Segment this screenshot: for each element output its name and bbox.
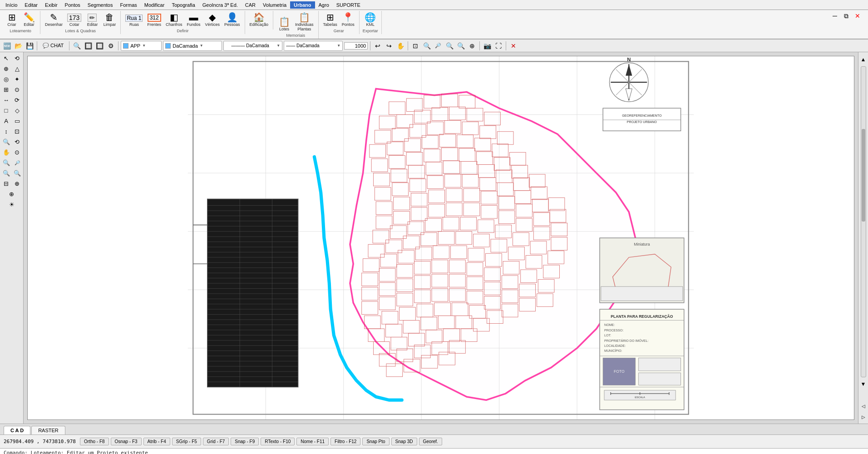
rp-tool1-btn[interactable]: ◁ <box>860 401 867 411</box>
tb-zoom-in-btn[interactable]: 🔍 <box>422 41 432 51</box>
ribbon-btn-editar2[interactable]: ✏ Editar <box>84 13 100 28</box>
tb-app-dropdown[interactable]: APP ▼ <box>121 41 162 51</box>
tb-forward-btn[interactable]: ↪ <box>384 41 394 51</box>
tb-zoom-window-btn[interactable]: 🔍 <box>444 41 454 51</box>
lt-text-btn[interactable]: A <box>1 116 11 126</box>
lt-zoom-lt-btn[interactable]: 🔍 <box>1 137 11 147</box>
tb-back-btn[interactable]: ↩ <box>373 41 383 51</box>
lt-pointer-btn[interactable]: ↖ <box>1 53 11 63</box>
lt-star-btn[interactable]: ✦ <box>12 74 22 84</box>
drawing-canvas[interactable]: N GEOREFERENCIAMENTO PROJETO URBANO Mini… <box>27 56 854 420</box>
lt-minus-btn[interactable]: ⊟ <box>1 178 11 188</box>
menu-editar[interactable]: Editar <box>21 1 41 9</box>
lt-select-rect-btn[interactable]: ▭ <box>12 116 22 126</box>
lt-triangle-btn[interactable]: △ <box>12 64 22 74</box>
window-minimize-btn[interactable]: ─ <box>830 11 840 21</box>
lt-crosshair-btn[interactable]: ⊕ <box>1 64 11 74</box>
menu-pontos[interactable]: Pontos <box>61 1 84 9</box>
ribbon-btn-tabelas[interactable]: ⊞ Tabelas <box>321 12 339 28</box>
tab-raster[interactable]: RASTER <box>31 426 65 434</box>
menu-segmentos[interactable]: Segmentos <box>84 1 117 9</box>
lt-dot-btn[interactable]: ⊙ <box>12 84 22 94</box>
lt-rect-btn[interactable]: □ <box>1 105 11 115</box>
ribbon-btn-edificacao[interactable]: 🏠 Edificação <box>248 12 271 28</box>
sb-snap3d-btn[interactable]: Snap 3D <box>391 438 417 445</box>
tb-zoom-btn[interactable]: 🔍 <box>72 41 82 51</box>
lt-grid-btn[interactable]: ⊞ <box>1 84 11 94</box>
window-close-btn[interactable]: ✕ <box>853 11 863 21</box>
tb-settings-btn[interactable]: ⚙ <box>106 41 116 51</box>
tb-fullscreen-btn[interactable]: ⛶ <box>493 41 503 51</box>
scrollbar-thumb[interactable] <box>862 129 865 222</box>
tb-chat-btn[interactable]: 💬 CHAT <box>39 41 67 51</box>
lt-circle-btn[interactable]: ◎ <box>1 74 11 84</box>
sb-nome-btn[interactable]: Nome - F11 <box>296 438 329 445</box>
lt-move-btn[interactable]: ↔ <box>1 95 11 105</box>
sb-snappto-btn[interactable]: Snap Pto <box>362 438 389 445</box>
ribbon-btn-frentes[interactable]: 312 Frentes <box>145 13 163 28</box>
lt-plus-btn[interactable]: ⊕ <box>12 178 22 188</box>
lt-sun-btn[interactable]: ☀ <box>7 199 17 209</box>
menu-urbano[interactable]: Urbano <box>290 1 315 9</box>
sb-grid-btn[interactable]: Grid - F7 <box>203 438 229 445</box>
sb-filtro-btn[interactable]: Filtro - F12 <box>330 438 360 445</box>
ribbon-btn-vertices[interactable]: ◆ Vértices <box>203 12 222 28</box>
menu-geoincra[interactable]: GeoIncra 3ª Ed. <box>199 1 242 9</box>
sb-atrib-btn[interactable]: Atrib - F4 <box>143 438 170 445</box>
ribbon-btn-desenhar[interactable]: ✎ Desenhar <box>43 12 64 28</box>
tb-linestyle-dropdown[interactable]: ——— DaCamada ▼ <box>223 41 282 51</box>
tb-zoom-prev-btn[interactable]: 🔍 <box>456 41 466 51</box>
ribbon-btn-pessoas[interactable]: 👤 Pessoas <box>222 12 242 28</box>
lt-hand-btn[interactable]: ✋ <box>1 147 11 157</box>
ribbon-btn-cotar[interactable]: 173 Cotar <box>65 13 83 28</box>
menu-agro[interactable]: Agro <box>315 1 333 9</box>
tb-close2-btn[interactable]: ✕ <box>508 41 518 51</box>
ribbon-btn-lotes[interactable]: 📋 Lotes <box>276 16 292 32</box>
lt-node-btn[interactable]: ⊙ <box>12 147 22 157</box>
window-restore-btn[interactable]: ⧉ <box>841 11 851 21</box>
sb-osnap-btn[interactable]: Osnap - F3 <box>111 438 142 445</box>
rp-tool2-btn[interactable]: ▷ <box>860 412 867 422</box>
sb-ortho-btn[interactable]: Ortho - F8 <box>80 438 109 445</box>
tb-zoom-extent-btn[interactable]: ⊡ <box>410 41 420 51</box>
lt-zoomprev-lt-btn[interactable]: 🔍 <box>12 168 22 178</box>
lt-zoomout-lt-btn[interactable]: 🔎 <box>12 158 22 168</box>
tb-scale-input[interactable] <box>344 42 368 49</box>
menu-exibir[interactable]: Exibir <box>41 1 61 9</box>
tb-save-btn[interactable]: 💾 <box>25 41 35 51</box>
ribbon-btn-chanfros[interactable]: ◧ Chanfros <box>164 12 184 28</box>
lt-diamond-btn[interactable]: ◇ <box>12 105 22 115</box>
tb-dacamada1-dropdown[interactable]: DaCamada ▼ <box>163 41 222 51</box>
ribbon-btn-fundos[interactable]: ▬ Fundos <box>185 12 202 28</box>
lt-cycle-btn[interactable]: ⟳ <box>12 95 22 105</box>
tb-zoom-all-btn[interactable]: ⊕ <box>467 41 477 51</box>
tb-zoom-out-btn[interactable]: 🔎 <box>433 41 443 51</box>
lt-plus2-btn[interactable]: ⊕ <box>7 189 17 199</box>
tb-layers-btn[interactable]: 🔲 <box>83 41 93 51</box>
tb-dacamada2-dropdown[interactable]: —— DaCamada ▼ <box>284 41 343 51</box>
menu-formas[interactable]: Formas <box>116 1 140 9</box>
lt-select-cross-btn[interactable]: ⊡ <box>12 126 22 136</box>
menu-car[interactable]: CAR <box>242 1 259 9</box>
rp-scroll-down-btn[interactable]: ▼ <box>859 379 868 390</box>
tb-pan-btn[interactable]: ✋ <box>395 41 405 51</box>
lt-undo-btn[interactable]: ⟲ <box>12 137 22 147</box>
lt-rotate-btn[interactable]: ⟲ <box>12 53 22 63</box>
ribbon-btn-pontos[interactable]: 📍 Pontos <box>340 12 356 28</box>
lt-zoomin-lt-btn[interactable]: 🔍 <box>1 158 11 168</box>
sb-rtexto-btn[interactable]: RTexto - F10 <box>261 438 295 445</box>
tb-layers2-btn[interactable]: 🔲 <box>94 41 104 51</box>
ribbon-btn-individuas[interactable]: 📋 IndividuasPlantas <box>293 12 316 32</box>
menu-suporte[interactable]: SUPORTE <box>333 1 364 9</box>
ribbon-btn-limpar[interactable]: 🗑 Limpar <box>101 12 118 28</box>
menu-volumetria[interactable]: Volumetria <box>259 1 290 9</box>
ribbon-btn-editar[interactable]: ✏️ Editar <box>21 12 37 28</box>
tb-snapshot-btn[interactable]: 📷 <box>482 41 492 51</box>
sb-georef-btn[interactable]: Georef. <box>419 438 442 445</box>
ribbon-btn-criar[interactable]: ⊞ Criar <box>4 12 20 28</box>
menu-topografia[interactable]: Topografia <box>168 1 198 9</box>
sb-snap-btn[interactable]: Snap - F9 <box>231 438 259 445</box>
lt-zoomwin-lt-btn[interactable]: 🔍 <box>1 168 11 178</box>
rp-scroll-up-btn[interactable]: ▲ <box>859 54 868 65</box>
menu-modificar[interactable]: Modificar <box>141 1 168 9</box>
